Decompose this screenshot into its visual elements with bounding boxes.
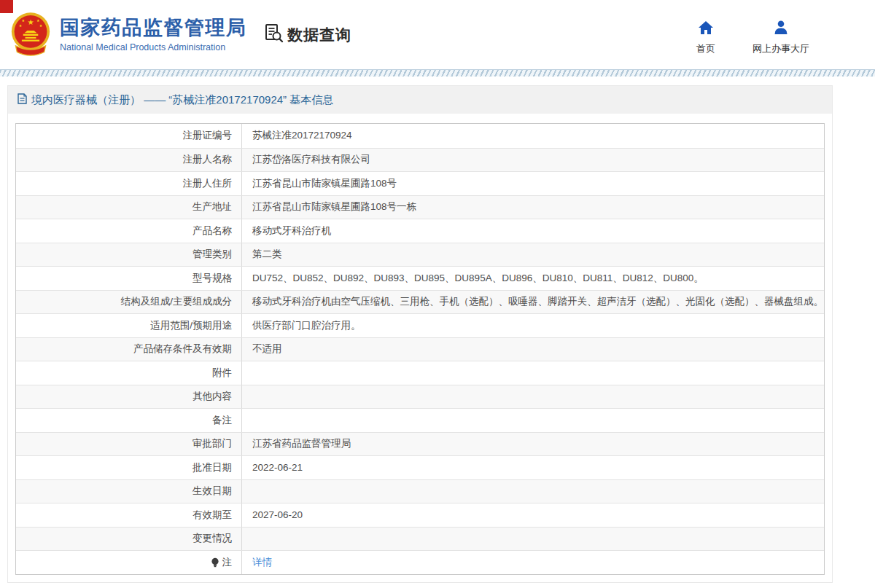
row-label: 型号规格 [16,267,242,290]
row-label-text: 注册证编号 [183,129,233,142]
org-name-zh: 国家药品监督管理局 [60,17,247,39]
page-title: 境内医疗器械（注册） —— “苏械注准20172170924” 基本信息 [31,93,333,107]
row-label-text: 变更情况 [192,532,232,545]
row-value: 第二类 [242,243,824,267]
table-row: 注详情 [16,550,824,574]
top-nav: 首页 网上办事大厅 [684,20,809,55]
table-row: 生产地址江苏省昆山市陆家镇星圃路108号一栋 [16,195,824,219]
row-label: 管理类别 [16,243,242,267]
nav-home[interactable]: 首页 [684,20,728,55]
home-icon [698,20,714,37]
row-value: 详情 [242,551,824,574]
org-name-en: National Medical Products Administration [60,42,247,52]
row-value: 供医疗部门口腔治疗用。 [242,314,824,337]
table-row: 产品名称移动式牙科治疗机 [16,219,824,243]
row-value: 江苏省昆山市陆家镇星圃路108号一栋 [242,196,824,219]
row-label-text: 型号规格 [192,272,232,285]
national-emblem-icon: ★ ★ ★ ★ ★ [10,12,51,58]
row-label: 生产地址 [16,196,242,219]
row-label-text: 生效日期 [192,485,232,498]
row-label: 注册人名称 [16,149,242,172]
row-value: 江苏省昆山市陆家镇星圃路108号 [242,172,824,195]
row-label: 生效日期 [16,480,242,503]
registration-info-table: 注册证编号苏械注准20172170924注册人名称江苏岱洛医疗科技有限公司注册人… [15,123,825,575]
row-value [242,409,824,432]
table-row: 附件 [16,361,824,385]
nmpa-logo: ★ ★ ★ ★ ★ 国家药品监督管理局 National Medical Pro… [10,12,247,58]
svg-text:★: ★ [39,23,43,28]
row-label-text: 批准日期 [192,461,232,474]
row-label: 有效期至 [16,503,242,527]
table-row: 其他内容 [16,385,824,409]
row-label: 产品储存条件及有效期 [16,338,242,361]
row-label: 注册人住所 [16,172,242,195]
bulb-icon [211,557,219,568]
row-label-text: 管理类别 [192,248,232,261]
svg-text:★: ★ [36,18,40,23]
row-label-text: 注册人名称 [183,153,233,166]
table-row: 审批部门江苏省药品监督管理局 [16,432,824,456]
row-value [242,385,824,409]
table-row: 生效日期 [16,479,824,503]
nav-home-label: 首页 [696,42,715,55]
row-label-text: 适用范围/预期用途 [150,319,232,332]
svg-text:★: ★ [19,23,23,28]
row-value [242,528,824,551]
row-value: 江苏岱洛医疗科技有限公司 [242,149,824,172]
row-value: 移动式牙科治疗机 [242,219,824,243]
striped-separator [0,69,875,77]
table-row: 注册人住所江苏省昆山市陆家镇星圃路108号 [16,171,824,195]
row-label-text: 注册人住所 [183,177,233,190]
row-label-text: 备注 [212,414,232,427]
table-row: 结构及组成/主要组成成分移动式牙科治疗机由空气压缩机、三用枪、手机（选配）、吸唾… [16,290,824,314]
row-label: 批准日期 [16,456,242,479]
row-value: 江苏省药品监督管理局 [242,433,824,456]
svg-text:★: ★ [27,18,34,26]
detail-link[interactable]: 详情 [252,556,272,569]
row-label-text: 产品储存条件及有效期 [133,342,232,356]
row-value: 不适用 [242,338,824,361]
row-value: 移动式牙科治疗机由空气压缩机、三用枪、手机（选配）、吸唾器、脚踏开关、超声洁牙（… [242,291,824,314]
row-value: DU752、DU852、DU892、DU893、DU895、DU895A、DU8… [242,267,824,290]
row-label: 其他内容 [16,385,242,409]
row-value [242,361,824,385]
table-row: 备注 [16,408,824,432]
table-row: 变更情况 [16,527,824,551]
content-panel: 境内医疗器械（注册） —— “苏械注准20172170924” 基本信息 注册证… [7,85,833,583]
table-row: 产品储存条件及有效期不适用 [16,337,824,361]
table-row: 有效期至2027-06-20 [16,503,824,527]
nav-service-hall[interactable]: 网上办事大厅 [752,20,809,55]
table-row: 适用范围/预期用途供医疗部门口腔治疗用。 [16,313,824,337]
row-label-text: 审批部门 [192,437,232,450]
table-row: 型号规格DU752、DU852、DU892、DU893、DU895、DU895A… [16,266,824,290]
row-label-text: 附件 [212,366,232,380]
row-label-text: 生产地址 [192,200,232,213]
row-label-text: 注 [222,556,233,569]
panel-titlebar: 境内医疗器械（注册） —— “苏械注准20172170924” 基本信息 [8,86,832,114]
row-value: 2022-06-21 [242,456,824,479]
svg-text:★: ★ [21,18,25,23]
table-row: 管理类别第二类 [16,243,824,267]
document-icon [18,93,27,107]
table-row: 注册证编号苏械注准20172170924 [16,124,824,148]
table-row: 批准日期2022-06-21 [16,455,824,479]
row-label: 产品名称 [16,219,242,243]
row-label: 适用范围/预期用途 [16,314,242,337]
row-label-text: 有效期至 [192,509,232,522]
row-label-text: 其他内容 [192,390,232,403]
row-label: 注册证编号 [16,124,242,148]
nav-service-hall-label: 网上办事大厅 [752,42,809,55]
row-value: 2027-06-20 [242,503,824,527]
data-query-section[interactable]: 数据查询 [264,23,351,46]
row-label: 结构及组成/主要组成成分 [16,291,242,314]
doc-search-icon [264,23,284,46]
row-label: 变更情况 [16,528,242,551]
page-header: ★ ★ ★ ★ ★ 国家药品监督管理局 National Medical Pro… [0,0,875,69]
row-label-text: 结构及组成/主要组成成分 [121,295,232,308]
logo-text: 国家药品监督管理局 National Medical Products Admi… [60,12,247,52]
row-label: 备注 [16,409,242,432]
row-label: 注 [16,551,242,574]
row-label: 审批部门 [16,433,242,456]
row-value: 苏械注准20172170924 [242,124,824,148]
row-label: 附件 [16,361,242,385]
